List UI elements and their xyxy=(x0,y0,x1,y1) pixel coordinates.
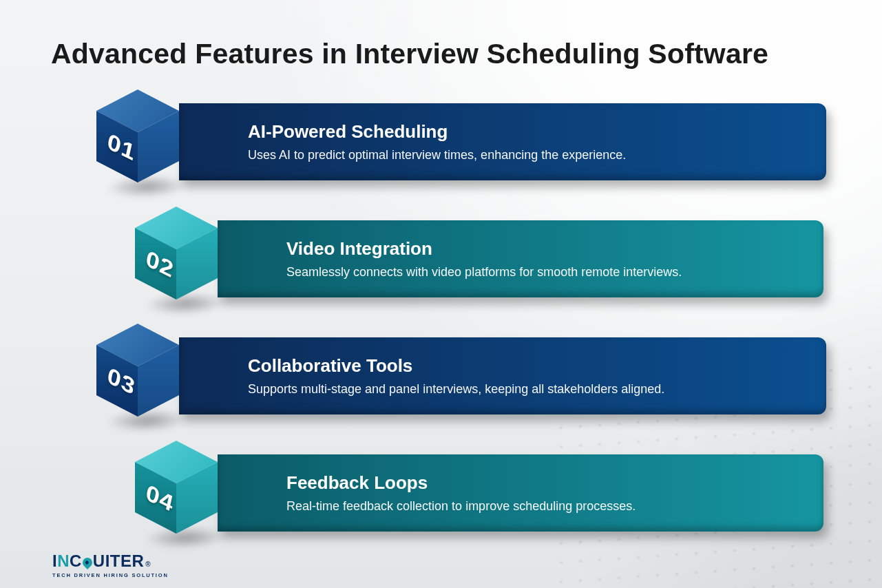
brand-text: N xyxy=(57,552,70,571)
feature-desc: Real-time feedback collection to improve… xyxy=(286,499,807,514)
feature-desc: Uses AI to predict optimal interview tim… xyxy=(248,148,810,162)
feature-desc: Seamlessly connects with video platforms… xyxy=(286,265,807,280)
feature-row-2: Video Integration Seamlessly connects wi… xyxy=(128,205,847,298)
feature-bar: Feedback Loops Real-time feedback collec… xyxy=(218,454,823,532)
feature-row-3: Collaborative Tools Supports multi-stage… xyxy=(90,322,847,415)
feature-title: Collaborative Tools xyxy=(248,355,810,377)
feature-title: Video Integration xyxy=(286,238,807,260)
page-title: Advanced Features in Interview Schedulin… xyxy=(51,38,768,70)
feature-bar: Collaborative Tools Supports multi-stage… xyxy=(179,337,826,414)
registered-mark: ® xyxy=(145,560,151,568)
feature-bar: Video Integration Seamlessly connects wi… xyxy=(218,220,823,297)
feature-row-4: Feedback Loops Real-time feedback collec… xyxy=(128,439,847,532)
map-pin-icon xyxy=(81,556,94,569)
feature-row-1: AI-Powered Scheduling Uses AI to predict… xyxy=(90,88,847,181)
feature-list: AI-Powered Scheduling Uses AI to predict… xyxy=(90,88,847,556)
feature-desc: Supports multi-stage and panel interview… xyxy=(248,382,810,397)
brand-logo: I N C UITER ® TECH DRIVEN HIRING SOLUTIO… xyxy=(52,552,169,578)
brand-text: I xyxy=(52,552,57,571)
brand-text: C xyxy=(70,552,82,571)
feature-bar: AI-Powered Scheduling Uses AI to predict… xyxy=(179,103,826,180)
brand-tagline: TECH DRIVEN HIRING SOLUTION xyxy=(52,572,169,578)
brand-text: UITER xyxy=(93,552,145,571)
feature-title: Feedback Loops xyxy=(286,472,807,494)
brand-wordmark: I N C UITER ® xyxy=(52,552,169,571)
feature-title: AI-Powered Scheduling xyxy=(248,121,810,143)
